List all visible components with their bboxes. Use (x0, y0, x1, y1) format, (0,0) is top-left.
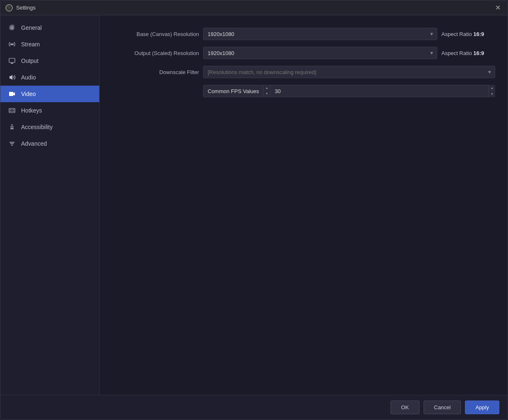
downscale-filter-label: Downscale Filter (112, 69, 199, 75)
base-resolution-label: Base (Canvas) Resolution (112, 31, 199, 37)
base-resolution-select[interactable]: 1920x1080 1280x720 2560x1440 (203, 28, 437, 40)
fps-control: Common FPS Values ▲ ▼ ▲ ▼ (203, 85, 495, 97)
output-icon (8, 57, 16, 65)
apply-button[interactable]: Apply (465, 401, 499, 414)
video-icon (8, 90, 16, 98)
fps-value-arrows: ▲ ▼ (489, 85, 495, 97)
sidebar-label-accessibility: Accessibility (21, 124, 53, 130)
svg-marker-6 (13, 92, 15, 96)
settings-panel: Base (Canvas) Resolution 1920x1080 1280x… (100, 15, 508, 395)
ok-button[interactable]: OK (391, 401, 419, 414)
output-aspect-ratio-label: Aspect Ratio 16:9 (441, 50, 495, 56)
titlebar: Settings ✕ (0, 0, 508, 15)
cancel-button[interactable]: Cancel (424, 401, 461, 414)
fps-value-down-arrow[interactable]: ▼ (489, 91, 495, 97)
fps-wrapper: Common FPS Values ▲ ▼ ▲ ▼ (203, 85, 495, 97)
footer: OK Cancel Apply (0, 395, 508, 420)
svg-rect-13 (13, 111, 14, 112)
hotkeys-icon (8, 106, 16, 115)
svg-rect-9 (12, 109, 12, 110)
app-icon (5, 4, 13, 12)
fps-row: Common FPS Values ▲ ▼ ▲ ▼ (112, 85, 495, 97)
main-layout: General Stream (0, 15, 508, 395)
sidebar: General Stream (0, 15, 100, 395)
output-resolution-select-wrapper: 1920x1080 1280x720 2560x1440 ▼ (203, 47, 437, 59)
base-aspect-ratio-label: Aspect Ratio 16:9 (441, 31, 495, 37)
output-resolution-control: 1920x1080 1280x720 2560x1440 ▼ Aspect Ra… (203, 47, 495, 59)
downscale-filter-control: [Resolutions match, no downscaling requi… (203, 66, 495, 78)
sidebar-item-stream[interactable]: Stream (0, 36, 99, 53)
sidebar-label-hotkeys: Hotkeys (21, 107, 42, 114)
downscale-select-wrapper: [Resolutions match, no downscaling requi… (203, 66, 495, 78)
sidebar-item-video[interactable]: Video (0, 86, 99, 102)
sidebar-label-output: Output (21, 58, 38, 64)
svg-rect-8 (10, 109, 11, 110)
gear-icon (8, 24, 16, 32)
svg-point-14 (12, 125, 13, 126)
svg-rect-1 (9, 58, 15, 62)
window-title: Settings (16, 5, 493, 11)
fps-type-up-arrow[interactable]: ▲ (264, 85, 270, 91)
output-resolution-label: Output (Scaled) Resolution (112, 50, 199, 56)
accessibility-icon (8, 123, 16, 131)
output-resolution-row: Output (Scaled) Resolution 1920x1080 128… (112, 47, 495, 59)
downscale-filter-row: Downscale Filter [Resolutions match, no … (112, 66, 495, 78)
base-resolution-row: Base (Canvas) Resolution 1920x1080 1280x… (112, 28, 495, 40)
fps-type-button[interactable]: Common FPS Values (203, 85, 264, 97)
sidebar-item-output[interactable]: Output (0, 53, 99, 69)
svg-rect-12 (12, 111, 12, 112)
base-aspect-ratio-value: 16:9 (473, 31, 484, 37)
sidebar-item-general[interactable]: General (0, 19, 99, 36)
fps-value-wrapper: ▲ ▼ (271, 85, 495, 97)
close-button[interactable]: ✕ (493, 3, 503, 13)
svg-point-0 (11, 43, 13, 45)
stream-icon (8, 40, 16, 48)
sidebar-item-hotkeys[interactable]: Hotkeys (0, 102, 99, 119)
svg-marker-4 (10, 75, 12, 80)
output-aspect-ratio-value: 16:9 (473, 50, 484, 56)
fps-type-down-arrow[interactable]: ▼ (264, 91, 270, 97)
fps-type-arrows: ▲ ▼ (264, 85, 271, 97)
base-resolution-select-wrapper: 1920x1080 1280x720 2560x1440 ▼ (203, 28, 437, 40)
svg-rect-7 (9, 108, 15, 113)
audio-icon (8, 73, 16, 82)
output-resolution-select[interactable]: 1920x1080 1280x720 2560x1440 (203, 47, 437, 59)
fps-type-label: Common FPS Values (208, 88, 259, 94)
svg-rect-10 (13, 109, 14, 110)
sidebar-label-stream: Stream (21, 41, 40, 48)
fps-value-up-arrow[interactable]: ▲ (489, 85, 495, 91)
sidebar-item-accessibility[interactable]: Accessibility (0, 119, 99, 135)
svg-rect-11 (10, 111, 11, 112)
advanced-icon (8, 139, 16, 148)
sidebar-item-advanced[interactable]: Advanced (0, 135, 99, 152)
fps-value-input[interactable] (271, 85, 495, 97)
base-resolution-control: 1920x1080 1280x720 2560x1440 ▼ Aspect Ra… (203, 28, 495, 40)
sidebar-label-advanced: Advanced (21, 140, 47, 147)
sidebar-label-video: Video (21, 91, 36, 97)
downscale-filter-select[interactable]: [Resolutions match, no downscaling requi… (203, 66, 495, 78)
sidebar-label-general: General (21, 24, 42, 31)
settings-window: Settings ✕ General (0, 0, 508, 420)
sidebar-item-audio[interactable]: Audio (0, 69, 99, 86)
sidebar-label-audio: Audio (21, 74, 36, 81)
svg-rect-5 (9, 92, 13, 96)
